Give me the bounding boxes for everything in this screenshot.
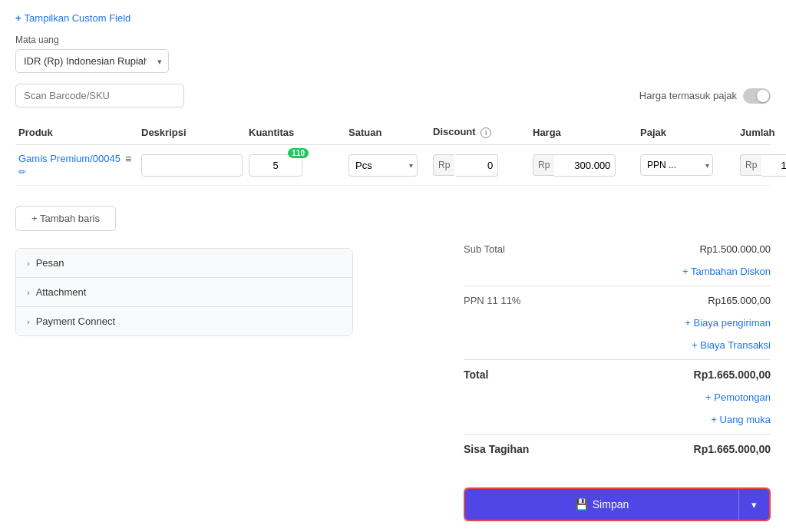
accordion-attachment-header[interactable]: › Attachment [16, 278, 352, 306]
jumlah-cell: Rp [737, 154, 786, 177]
accordion-payment-arrow-icon: › [27, 317, 30, 326]
uang-muka-row: + Uang muka [464, 408, 771, 431]
simpan-button[interactable]: 💾 Simpan [465, 489, 738, 520]
summary-divider-1 [464, 286, 771, 286]
harga-input[interactable] [554, 154, 616, 177]
harga-prefix: Rp [533, 154, 554, 176]
add-row-label: + Tambah baris [31, 213, 100, 224]
header-kuantitas: Kuantitas [246, 127, 345, 138]
header-jumlah: Jumlah [737, 127, 786, 138]
simpan-icon: 💾 [575, 498, 588, 511]
accordion-payment-header[interactable]: › Payment Connect [16, 307, 352, 335]
list-icon[interactable]: ≡ [125, 153, 131, 165]
bottom-bar: 💾 Simpan ▾ [0, 477, 786, 532]
product-link[interactable]: Gamis Premium/00045 [18, 153, 121, 164]
biaya-transaksi-row: + Biaya Transaksi [464, 334, 771, 356]
toggle-knob [757, 90, 769, 102]
total-value: Rp1.665.000,00 [694, 368, 771, 381]
header-discount: Discount i [430, 126, 530, 138]
discount-input[interactable] [456, 154, 498, 177]
currency-select[interactable]: IDR (Rp) Indonesian Rupiah [15, 49, 169, 73]
summary-divider-3 [464, 434, 771, 435]
plus-icon: + [15, 12, 21, 24]
header-pajak: Pajak [637, 127, 737, 138]
harga-cell: Rp [530, 154, 637, 177]
product-cell: Gamis Premium/00045 ≡ ✏ [15, 153, 138, 177]
satuan-select-wrapper: Pcs ▾ [348, 154, 418, 177]
ppn-row: PPN 11 11% Rp165.000,00 [464, 289, 771, 312]
discount-prefix: Rp [433, 154, 454, 176]
tax-label: Harga termasuk pajak [639, 90, 737, 101]
total-label: Total [464, 368, 488, 381]
page-container: + Tampilkan Custom Field Mata uang IDR (… [0, 0, 786, 532]
subtotal-value: Rp1.500.000,00 [699, 243, 771, 255]
accordion-pesan-header[interactable]: › Pesan [16, 249, 352, 277]
accordion-pesan-arrow-icon: › [27, 259, 30, 268]
accordion-attachment-arrow-icon: › [27, 288, 30, 297]
currency-select-wrapper: IDR (Rp) Indonesian Rupiah ▾ [15, 49, 169, 73]
pajak-select[interactable]: PPN ... [640, 154, 713, 176]
tambahan-diskon-row: + Tambahan Diskon [464, 260, 771, 283]
simpan-dropdown-button[interactable]: ▾ [738, 489, 769, 520]
barcode-row: Harga termasuk pajak [15, 84, 771, 107]
satuan-select[interactable]: Pcs [348, 154, 418, 177]
custom-field-label: Tampilkan Custom Field [25, 12, 131, 24]
pemotongan-row: + Pemotongan [464, 386, 771, 408]
description-input[interactable] [141, 154, 243, 177]
summary-section: Sub Total Rp1.500.000,00 + Tambahan Disk… [464, 238, 771, 461]
tax-toggle-row: Harga termasuk pajak [639, 88, 771, 104]
custom-field-link[interactable]: + Tampilkan Custom Field [15, 12, 771, 24]
jumlah-wrapper: Rp [740, 154, 786, 177]
simpan-label: Simpan [593, 498, 629, 511]
accordion-container: › Pesan › Attachment › Payment Connect [15, 248, 353, 336]
uang-muka-link[interactable]: + Uang muka [711, 414, 771, 425]
accordion-pesan-label: Pesan [36, 257, 64, 269]
biaya-pengiriman-row: + Biaya pengiriman [464, 312, 771, 334]
sisa-tagihan-label: Sisa Tagihan [464, 443, 529, 455]
tax-toggle[interactable] [743, 88, 771, 104]
qty-badge: 110 [288, 148, 309, 158]
header-deskripsi: Deskripsi [138, 127, 246, 138]
sisa-tagihan-value: Rp1.665.000,00 [694, 443, 771, 455]
add-row-button[interactable]: + Tambah baris [15, 206, 116, 231]
pajak-cell: PPN ... ▾ [637, 154, 737, 176]
simpan-btn-wrapper: 💾 Simpan ▾ [464, 487, 771, 521]
add-row-section: + Tambah baris [15, 195, 771, 242]
discount-wrapper: Rp [433, 154, 527, 177]
accordion-payment: › Payment Connect [16, 307, 352, 335]
description-cell [138, 154, 246, 177]
jumlah-input[interactable] [761, 154, 786, 177]
barcode-input[interactable] [15, 84, 184, 107]
biaya-transaksi-link[interactable]: + Biaya Transaksi [692, 339, 771, 351]
header-satuan: Satuan [345, 127, 430, 138]
currency-label: Mata uang [15, 35, 771, 45]
pemotongan-link[interactable]: + Pemotongan [705, 392, 771, 403]
jumlah-prefix: Rp [740, 154, 761, 176]
pajak-wrapper: PPN ... ▾ [640, 154, 713, 176]
ppn-value: Rp165.000,00 [708, 295, 771, 306]
quantity-cell: 110 [246, 154, 345, 177]
discount-cell: Rp [430, 154, 530, 177]
subtotal-row: Sub Total Rp1.500.000,00 [464, 238, 771, 260]
harga-wrapper: Rp [533, 154, 634, 177]
accordion-pesan: › Pesan [16, 249, 352, 278]
tambahan-diskon-link[interactable]: + Tambahan Diskon [682, 266, 771, 277]
discount-info-icon[interactable]: i [481, 127, 491, 138]
summary-divider-2 [464, 359, 771, 360]
table-header: Produk Deskripsi Kuantitas Satuan Discou… [15, 120, 771, 145]
biaya-pengiriman-link[interactable]: + Biaya pengiriman [685, 317, 771, 329]
header-produk: Produk [15, 127, 138, 138]
ppn-label: PPN 11 11% [464, 295, 520, 306]
qty-wrapper: 110 [249, 154, 302, 177]
sisa-tagihan-row: Sisa Tagihan Rp1.665.000,00 [464, 438, 771, 461]
simpan-dropdown-chevron-icon: ▾ [751, 499, 757, 511]
total-row: Total Rp1.665.000,00 [464, 363, 771, 386]
subtotal-label: Sub Total [464, 243, 505, 255]
accordion-attachment-label: Attachment [36, 286, 87, 298]
accordion-attachment: › Attachment [16, 278, 352, 307]
header-harga: Harga [530, 127, 637, 138]
table-row: Gamis Premium/00045 ≡ ✏ 110 Pcs ▾ [15, 145, 771, 186]
satuan-cell: Pcs ▾ [345, 154, 430, 177]
edit-icon[interactable]: ✏ [18, 167, 135, 177]
accordion-payment-label: Payment Connect [36, 316, 115, 327]
